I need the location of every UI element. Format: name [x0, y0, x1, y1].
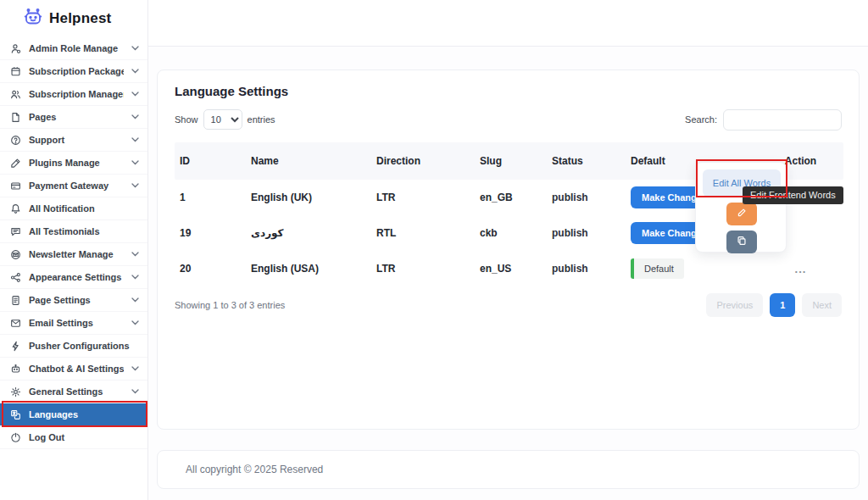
sidebar-item-label: Languages — [29, 409, 139, 419]
sidebar-item-subscription-packages[interactable]: Subscription Packages — [0, 60, 147, 83]
sidebar-item-label: Page Settings — [29, 295, 124, 305]
brand-logo[interactable]: Helpnest — [0, 0, 147, 37]
sidebar-item-pages[interactable]: Pages — [0, 106, 147, 129]
chevron-down-icon — [131, 137, 139, 142]
brand-name: Helpnest — [49, 10, 111, 27]
col-header-status: Status — [552, 155, 631, 167]
default-badge: Default — [631, 258, 684, 279]
entries-label: entries — [248, 114, 275, 125]
row-actions-menu[interactable]: ... — [795, 263, 807, 275]
copy-button[interactable] — [726, 231, 757, 253]
chevron-down-icon — [131, 92, 139, 97]
sidebar-item-label: General Settings — [29, 386, 124, 397]
file-icon — [9, 112, 21, 123]
envelope-icon — [9, 318, 21, 329]
sidebar-item-label: Pages — [29, 112, 124, 122]
pagination: Previous 1 Next — [706, 293, 842, 317]
action-dropdown: Edit All Words — [695, 162, 787, 253]
entries-summary: Showing 1 to 3 of 3 entries — [175, 300, 285, 310]
cell-status: publish — [552, 192, 631, 203]
cell-direction: LTR — [376, 192, 480, 203]
chevron-down-icon — [131, 389, 139, 394]
sidebar-item-languages[interactable]: Languages — [0, 403, 147, 426]
copy-icon — [737, 236, 747, 248]
chevron-down-icon — [131, 297, 139, 303]
robot-logo-icon — [23, 8, 43, 30]
sidebar-item-label: All Testimonials — [29, 226, 139, 236]
page-size-select[interactable]: 10 — [203, 109, 242, 130]
sidebar-item-pusher-configurations[interactable]: Pusher Configurations — [0, 335, 147, 358]
logout-icon — [9, 432, 21, 443]
page-title: Language Settings — [175, 84, 842, 98]
users-icon — [9, 89, 21, 100]
sidebar-nav: Admin Role Manage Subscription Packages … — [0, 37, 147, 449]
sidebar-item-label: Admin Role Manage — [29, 43, 124, 53]
chevron-down-icon — [131, 320, 139, 325]
footer: All copyright © 2025 Reserved — [157, 450, 860, 489]
page-1-button[interactable]: 1 — [770, 293, 795, 317]
sidebar-item-label: Subscription Packages — [29, 66, 124, 76]
cell-id: 1 — [175, 192, 251, 203]
cell-status: publish — [552, 227, 631, 239]
sidebar-item-label: Subscription Management — [29, 89, 124, 99]
cell-status: publish — [552, 263, 631, 275]
sidebar: Helpnest Admin Role Manage Subscription … — [0, 0, 148, 500]
chevron-down-icon — [131, 183, 139, 188]
sidebar-item-general-settings[interactable]: General Settings — [0, 381, 147, 403]
sidebar-item-chatbot-ai-settings[interactable]: Chatbot & AI Settings — [0, 358, 147, 381]
bell-icon — [9, 203, 21, 214]
sidebar-item-label: Pusher Configurations — [29, 341, 139, 351]
sidebar-item-label: All Notification — [29, 203, 139, 214]
package-icon — [9, 66, 21, 77]
sidebar-item-appearance-settings[interactable]: Appearance Settings — [0, 266, 147, 289]
previous-page-button[interactable]: Previous — [706, 293, 763, 317]
tooltip-text: Edit Frontend Words — [750, 190, 836, 200]
sidebar-item-newsletter-manage[interactable]: Newsletter Manage — [0, 243, 147, 266]
sidebar-item-label: Log Out — [29, 432, 139, 442]
chevron-down-icon — [131, 160, 139, 165]
col-header-slug: Slug — [480, 155, 552, 167]
sidebar-item-label: Plugins Manage — [29, 158, 124, 168]
sidebar-item-payment-gateway[interactable]: Payment Gateway — [0, 175, 147, 197]
mail-circle-icon — [9, 249, 21, 260]
sidebar-item-admin-role-manage[interactable]: Admin Role Manage — [0, 37, 147, 60]
sidebar-item-plugins-manage[interactable]: Plugins Manage — [0, 152, 147, 175]
robot-icon — [9, 364, 21, 375]
pen-icon — [9, 158, 21, 169]
sidebar-item-email-settings[interactable]: Email Settings — [0, 312, 147, 335]
cell-name: English (USA) — [251, 263, 376, 275]
col-header-id: ID — [175, 155, 251, 167]
credit-card-icon — [9, 181, 21, 192]
sidebar-item-page-settings[interactable]: Page Settings — [0, 289, 147, 312]
admin-app: Helpnest Admin Role Manage Subscription … — [0, 0, 868, 500]
copyright-text: All copyright © 2025 Reserved — [186, 464, 323, 475]
sidebar-item-label: Newsletter Manage — [29, 249, 124, 259]
sidebar-item-label: Appearance Settings — [29, 272, 124, 282]
sidebar-item-support[interactable]: Support — [0, 129, 147, 152]
search-label: Search: — [685, 114, 717, 125]
chat-bubble-icon — [9, 226, 21, 237]
cell-id: 20 — [175, 263, 251, 275]
topbar — [148, 0, 868, 47]
chevron-down-icon — [131, 366, 139, 371]
bolt-icon — [9, 341, 21, 352]
chevron-down-icon — [131, 46, 139, 51]
search-input[interactable] — [723, 109, 842, 131]
sidebar-item-label: Chatbot & AI Settings — [29, 364, 124, 374]
sidebar-item-log-out[interactable]: Log Out — [0, 426, 147, 449]
next-page-button[interactable]: Next — [802, 293, 842, 317]
sidebar-item-subscription-management[interactable]: Subscription Management — [0, 83, 147, 106]
edit-button[interactable] — [726, 203, 757, 225]
chevron-down-icon — [131, 275, 139, 280]
search-control: Search: — [685, 109, 842, 131]
table-footer: Showing 1 to 3 of 3 entries Previous 1 N… — [175, 293, 842, 317]
cell-direction: RTL — [376, 227, 480, 239]
sidebar-item-label: Support — [29, 135, 124, 145]
cell-direction: LTR — [376, 263, 480, 275]
cell-slug: en_GB — [480, 192, 552, 203]
chevron-down-icon — [131, 252, 139, 257]
show-label: Show — [175, 114, 198, 125]
cell-slug: ckb — [480, 227, 552, 239]
sidebar-item-all-notification[interactable]: All Notification — [0, 197, 147, 220]
sidebar-item-all-testimonials[interactable]: All Testimonials — [0, 220, 147, 243]
